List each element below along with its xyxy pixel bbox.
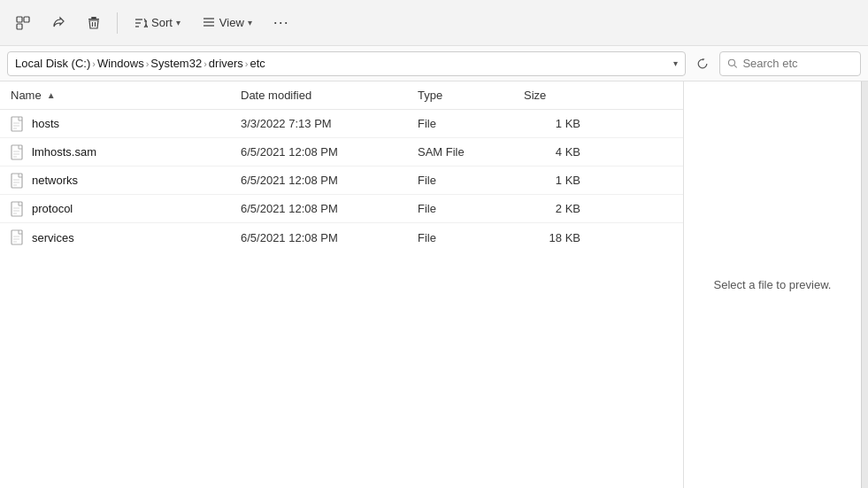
svg-rect-28 bbox=[12, 202, 22, 216]
breadcrumb-drivers[interactable]: drivers bbox=[209, 57, 243, 70]
file-icon bbox=[11, 229, 25, 245]
svg-rect-24 bbox=[12, 174, 22, 188]
view-button[interactable]: View ▾ bbox=[193, 11, 261, 35]
col-header-modified[interactable]: Date modified bbox=[241, 89, 418, 102]
cell-size: 4 KB bbox=[524, 145, 595, 159]
nav-actions bbox=[691, 54, 714, 74]
breadcrumb-sep-0: › bbox=[92, 58, 96, 69]
separator-1 bbox=[117, 12, 118, 34]
cell-name: services bbox=[11, 229, 241, 245]
cell-type: SAM File bbox=[418, 145, 524, 159]
breadcrumb-sep-2: › bbox=[204, 58, 207, 69]
cell-type: File bbox=[418, 174, 524, 187]
cell-modified: 6/5/2021 12:08 PM bbox=[241, 145, 418, 159]
cell-modified: 3/3/2022 7:13 PM bbox=[241, 117, 418, 130]
cell-name: hosts bbox=[11, 116, 241, 132]
sort-label: Sort bbox=[151, 16, 173, 29]
address-bar[interactable]: Local Disk (C:) › Windows › System32 › d… bbox=[7, 51, 686, 76]
address-dropdown-icon[interactable]: ▾ bbox=[673, 58, 678, 68]
breadcrumb-system32[interactable]: System32 bbox=[150, 57, 202, 70]
window-scrollbar[interactable] bbox=[861, 81, 868, 488]
refresh-icon bbox=[696, 58, 709, 70]
cell-size: 18 KB bbox=[524, 231, 595, 244]
sort-asc-icon: ▲ bbox=[47, 90, 56, 100]
search-icon bbox=[727, 58, 737, 69]
file-name: lmhosts.sam bbox=[32, 145, 96, 159]
cell-size: 1 KB bbox=[524, 117, 595, 130]
file-name: hosts bbox=[32, 117, 59, 130]
sort-icon bbox=[134, 16, 148, 30]
breadcrumb-etc: etc bbox=[250, 57, 265, 70]
expand-icon bbox=[16, 16, 30, 30]
svg-line-15 bbox=[734, 66, 737, 68]
svg-rect-0 bbox=[17, 17, 22, 22]
file-name: protocol bbox=[32, 202, 73, 215]
table-row[interactable]: protocol 6/5/2021 12:08 PM File 2 KB bbox=[0, 195, 683, 223]
cell-modified: 6/5/2021 12:08 PM bbox=[241, 202, 418, 215]
view-icon bbox=[202, 16, 216, 30]
svg-rect-2 bbox=[17, 24, 22, 29]
main-area: Name ▲ Date modified Type Size bbox=[0, 81, 868, 488]
col-header-type[interactable]: Type bbox=[418, 89, 524, 102]
breadcrumb-sep-1: › bbox=[146, 58, 150, 69]
cell-type: File bbox=[418, 231, 524, 244]
col-name-label: Name bbox=[11, 89, 42, 102]
cell-type: File bbox=[418, 117, 524, 130]
breadcrumb-sep-3: › bbox=[245, 58, 249, 69]
cell-name: lmhosts.sam bbox=[11, 144, 241, 160]
toolbar: Sort ▾ View ▾ ··· bbox=[0, 0, 868, 46]
col-type-label: Type bbox=[418, 89, 442, 102]
column-header: Name ▲ Date modified Type Size bbox=[0, 81, 683, 110]
svg-rect-3 bbox=[91, 17, 96, 19]
more-button[interactable]: ··· bbox=[265, 8, 298, 37]
nav-bar: Local Disk (C:) › Windows › System32 › d… bbox=[0, 46, 868, 81]
share-button[interactable] bbox=[42, 11, 74, 35]
refresh-button[interactable] bbox=[691, 54, 714, 74]
table-row[interactable]: networks 6/5/2021 12:08 PM File 1 KB bbox=[0, 167, 683, 195]
svg-rect-16 bbox=[12, 117, 22, 131]
col-header-name[interactable]: Name ▲ bbox=[11, 89, 241, 102]
table-row[interactable]: services 6/5/2021 12:08 PM File 18 KB bbox=[0, 223, 683, 252]
file-icon bbox=[11, 201, 25, 217]
more-label: ··· bbox=[273, 13, 289, 32]
svg-rect-32 bbox=[12, 230, 22, 244]
breadcrumb-local-disk[interactable]: Local Disk (C:) bbox=[15, 57, 90, 70]
table-row[interactable]: lmhosts.sam 6/5/2021 12:08 PM SAM File 4… bbox=[0, 138, 683, 167]
view-chevron: ▾ bbox=[248, 18, 252, 27]
search-box[interactable] bbox=[719, 51, 861, 76]
file-name: networks bbox=[32, 174, 78, 187]
svg-rect-1 bbox=[24, 17, 29, 22]
file-name: services bbox=[32, 231, 74, 244]
col-modified-label: Date modified bbox=[241, 89, 311, 102]
svg-rect-4 bbox=[88, 19, 99, 19]
svg-rect-20 bbox=[12, 145, 22, 159]
breadcrumb: Local Disk (C:) › Windows › System32 › d… bbox=[15, 57, 265, 70]
svg-point-14 bbox=[728, 59, 734, 66]
preview-message: Select a file to preview. bbox=[714, 278, 832, 291]
col-size-label: Size bbox=[524, 89, 546, 102]
file-list-pane[interactable]: Name ▲ Date modified Type Size bbox=[0, 81, 684, 488]
delete-button[interactable] bbox=[78, 11, 110, 35]
delete-icon bbox=[87, 16, 101, 30]
file-icon bbox=[11, 116, 25, 132]
cell-type: File bbox=[418, 202, 524, 215]
expand-button[interactable] bbox=[7, 11, 39, 35]
search-input[interactable] bbox=[742, 57, 853, 70]
share-icon bbox=[51, 16, 65, 30]
sort-button[interactable]: Sort ▾ bbox=[125, 11, 189, 35]
cell-modified: 6/5/2021 12:08 PM bbox=[241, 231, 418, 244]
file-rows-container: hosts 3/3/2022 7:13 PM File 1 KB lmhosts… bbox=[0, 110, 683, 252]
col-header-size[interactable]: Size bbox=[524, 89, 595, 102]
view-label: View bbox=[219, 16, 244, 29]
cell-name: networks bbox=[11, 173, 241, 189]
breadcrumb-windows[interactable]: Windows bbox=[97, 57, 144, 70]
cell-size: 1 KB bbox=[524, 174, 595, 187]
cell-modified: 6/5/2021 12:08 PM bbox=[241, 174, 418, 187]
cell-name: protocol bbox=[11, 201, 241, 217]
cell-size: 2 KB bbox=[524, 202, 595, 215]
preview-pane: Select a file to preview. bbox=[684, 81, 861, 488]
sort-chevron: ▾ bbox=[176, 18, 181, 27]
file-icon bbox=[11, 173, 25, 189]
table-row[interactable]: hosts 3/3/2022 7:13 PM File 1 KB bbox=[0, 110, 683, 138]
file-icon bbox=[11, 144, 25, 160]
